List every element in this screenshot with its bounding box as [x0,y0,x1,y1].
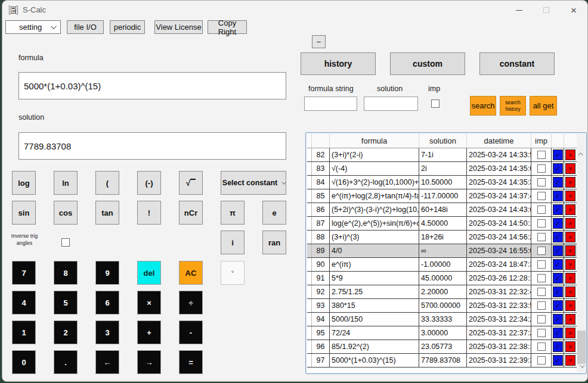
equals-button[interactable]: = [179,350,203,374]
row-imp-checkbox[interactable] [537,151,546,159]
minus-button[interactable]: - [179,320,203,344]
row-delete-button[interactable]: × [565,204,575,215]
table-scrollbar[interactable] [577,134,585,372]
table-row[interactable]: 90 e^(iπ) -1.00000 2025-03-24 18:47:39 ✓… [307,258,577,272]
key-6[interactable]: 6 [95,291,119,315]
del-button[interactable]: del [137,261,161,285]
table-row[interactable]: 97 5000*(1+0.03)^(15) 7789.83708 2025-03… [307,354,577,368]
scroll-down-button[interactable] [577,362,586,371]
constant-tab-button[interactable]: constant [479,52,555,75]
row-imp-checkbox[interactable] [537,219,546,228]
row-apply-button[interactable]: ✓ [553,177,563,188]
ac-button[interactable]: AC [179,261,203,285]
row-apply-button[interactable]: ✓ [553,328,563,338]
file-io-button[interactable]: file I/O [67,20,104,34]
row-delete-button[interactable]: × [565,300,575,311]
row-delete-button[interactable]: × [565,328,575,338]
history-tab-button[interactable]: history [301,52,376,75]
row-apply-button[interactable]: ✓ [553,341,563,352]
table-row[interactable]: 91 5*9 45.00000 2025-03-26 12:28:19 ✓ × [307,272,577,285]
row-imp-checkbox[interactable] [537,315,546,323]
pi-button[interactable]: π [221,201,245,225]
table-row[interactable]: 89 4/0 ∞ 2025-03-24 16:55:04 ✓ × [307,244,577,258]
header-datetime[interactable]: datetime [467,134,531,148]
log-button[interactable]: log [12,171,36,195]
table-row[interactable]: 86 (5+2i)^(3)-(3-i)^(2)+log(10, 60+148i … [307,203,577,217]
collapse-button[interactable]: − [312,35,326,48]
formula-string-input[interactable] [304,96,357,111]
row-apply-button[interactable]: ✓ [553,245,563,256]
row-delete-button[interactable]: × [565,177,575,188]
row-imp-checkbox[interactable] [537,247,546,255]
cursor-left-button[interactable]: ← [95,350,119,374]
row-imp-checkbox[interactable] [537,233,546,241]
ncr-button[interactable]: nCr [179,201,203,225]
imp-search-checkbox[interactable] [431,99,440,108]
row-delete-button[interactable]: × [565,355,575,366]
table-row[interactable]: 85 e^(iπ)+log(2,8)+tan(π/4)-fa -117.0000… [307,189,577,203]
decimal-button[interactable]: . [54,350,78,374]
key-1[interactable]: 1 [12,320,36,344]
search-history-button[interactable]: search history [500,96,526,116]
row-delete-button[interactable]: × [565,163,575,174]
row-imp-checkbox[interactable] [537,329,546,337]
row-imp-checkbox[interactable] [537,192,546,200]
key-4[interactable]: 4 [12,291,36,315]
tan-button[interactable]: tan [95,201,119,225]
view-license-button[interactable]: View License [154,20,203,34]
row-imp-checkbox[interactable] [537,342,546,351]
row-apply-button[interactable]: ✓ [553,314,563,325]
table-row[interactable]: 83 √(-4) 2i 2025-03-24 14:35:06 ✓ × [307,162,577,176]
row-imp-checkbox[interactable] [537,356,546,365]
row-delete-button[interactable]: × [565,191,575,201]
header-solution[interactable]: solution [419,134,467,148]
row-delete-button[interactable]: × [565,218,575,229]
periodic-button[interactable]: periodic [110,20,145,34]
row-apply-button[interactable]: ✓ [553,355,563,366]
key-3[interactable]: 3 [95,320,119,344]
cos-button[interactable]: cos [54,201,78,225]
table-row[interactable]: 84 √(16)+3^(2)-log(10,1000)+ 10.50000 20… [307,176,577,189]
copy-right-button[interactable]: Copy Right [208,20,247,34]
factorial-button[interactable]: ! [137,201,161,225]
table-row[interactable]: 87 log(e^(2),e^(5))+sin(π/6)+c 4.50000 2… [307,217,577,231]
table-row[interactable]: 94 5000/150 33.33333 2025-03-31 22:34:27… [307,313,577,326]
row-apply-button[interactable]: ✓ [553,259,563,270]
select-constant-dropdown[interactable]: Select constant [221,171,286,195]
table-row[interactable]: 82 (3+i)*(2-i) 7-1i 2025-03-24 14:33:56 … [307,148,577,162]
row-imp-checkbox[interactable] [537,260,546,269]
table-row[interactable]: 93 380*15 5700.00000 2025-03-31 22:33:50… [307,299,577,313]
ran-button[interactable]: ran [262,231,286,254]
row-imp-checkbox[interactable] [537,288,546,296]
setting-dropdown[interactable]: setting [5,20,61,34]
formula-input[interactable] [18,72,286,99]
row-apply-button[interactable]: ✓ [553,287,563,297]
inverse-trig-checkbox[interactable] [61,238,70,247]
table-row[interactable]: 88 (3+i)^(3) 18+26i 2025-03-24 14:56:20 … [307,231,577,244]
row-imp-checkbox[interactable] [537,274,546,282]
sqrt-button[interactable]: √ [179,171,203,195]
header-imp[interactable]: imp [531,134,552,148]
row-delete-button[interactable]: × [565,259,575,270]
row-apply-button[interactable]: ✓ [553,218,563,229]
negative-paren-button[interactable]: (-) [137,171,161,195]
sin-button[interactable]: sin [12,201,36,225]
scrollbar-thumb[interactable] [577,331,586,364]
ln-button[interactable]: ln [54,171,78,195]
row-delete-button[interactable]: × [565,273,575,284]
scroll-up-button[interactable] [577,150,586,159]
row-imp-checkbox[interactable] [537,178,546,186]
minimize-button[interactable] [505,1,533,20]
open-paren-button[interactable]: ( [95,171,119,195]
cursor-right-button[interactable]: → [137,350,161,374]
table-row[interactable]: 95 72/24 3.00000 2025-03-31 22:37:24 ✓ × [307,326,577,340]
close-button[interactable]: × [560,1,587,20]
row-imp-checkbox[interactable] [537,164,546,173]
row-apply-button[interactable]: ✓ [553,232,563,242]
row-delete-button[interactable]: × [565,341,575,352]
row-delete-button[interactable]: × [565,287,575,297]
row-delete-button[interactable]: × [565,245,575,256]
degree-button[interactable]: ° [221,261,245,285]
maximize-button[interactable] [533,1,560,20]
custom-tab-button[interactable]: custom [390,52,465,75]
